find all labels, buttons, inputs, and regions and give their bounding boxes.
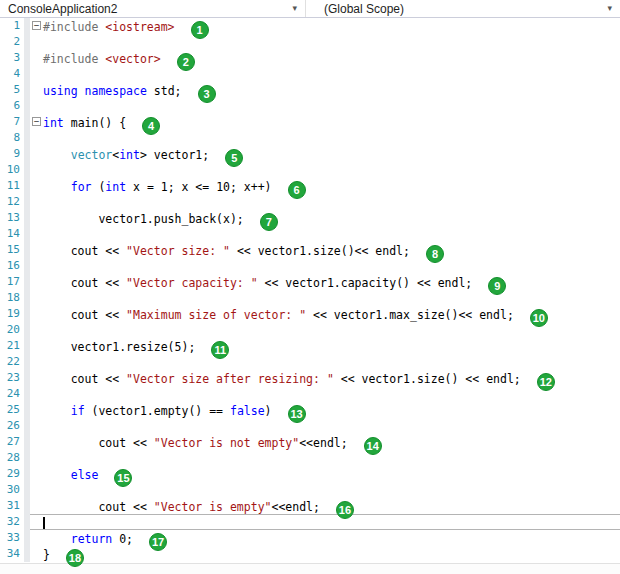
code-text[interactable]: vector1.push_back(x);7 — [43, 210, 620, 226]
code-text[interactable]: #include <iostream>1 — [43, 18, 620, 34]
code-text[interactable] — [43, 130, 620, 146]
code-token — [43, 532, 71, 546]
code-line[interactable]: 29 else15 — [0, 466, 620, 482]
code-line[interactable]: 20 — [0, 322, 620, 338]
code-line[interactable]: 34}18 — [0, 546, 620, 562]
line-number: 6 — [0, 98, 24, 114]
line-number: 31 — [0, 498, 24, 514]
code-text[interactable]: for (int x = 1; x <= 10; x++)6 — [43, 178, 620, 194]
outlining-margin — [30, 146, 43, 162]
code-text[interactable]: else15 — [43, 466, 620, 482]
code-text[interactable] — [43, 354, 620, 370]
code-line[interactable]: 32 — [0, 514, 620, 530]
code-token: "Maximum size of vector: " — [126, 308, 306, 322]
code-line[interactable]: 19 cout << "Maximum size of vector: " <<… — [0, 306, 620, 322]
code-text[interactable] — [43, 514, 620, 530]
code-line[interactable]: 22 — [0, 354, 620, 370]
outlining-margin — [30, 514, 43, 530]
line-body: cout << "Vector is empty"<<endl;16 — [30, 498, 620, 514]
code-line[interactable]: 24 — [0, 386, 620, 402]
code-text[interactable]: #include <vector>2 — [43, 50, 620, 66]
annotation-badge: 16 — [336, 501, 354, 519]
horizontal-scrollbar-area[interactable] — [0, 563, 620, 574]
code-text[interactable]: if (vector1.empty() == false)13 — [43, 402, 620, 418]
fold-collapse-icon[interactable]: − — [32, 21, 41, 30]
code-text[interactable] — [43, 258, 620, 274]
code-token: int — [43, 116, 64, 130]
code-text[interactable]: }18 — [43, 546, 620, 562]
code-line[interactable]: 7−int main() {4 — [0, 114, 620, 130]
line-number: 2 — [0, 34, 24, 50]
code-line[interactable]: 1−#include <iostream>1 — [0, 18, 620, 34]
code-text[interactable] — [43, 418, 620, 434]
code-text[interactable] — [43, 34, 620, 50]
line-body — [30, 354, 620, 370]
code-text[interactable]: vector<int> vector1;5 — [43, 146, 620, 162]
code-token — [78, 84, 85, 98]
code-line[interactable]: 26 — [0, 418, 620, 434]
code-text[interactable]: cout << "Maximum size of vector: " << ve… — [43, 306, 620, 322]
code-line[interactable]: 9 vector<int> vector1;5 — [0, 146, 620, 162]
code-line[interactable]: 4 — [0, 66, 620, 82]
global-scope-dropdown[interactable]: (Global Scope) ▾ — [306, 0, 620, 17]
code-line[interactable]: 33 return 0;17 — [0, 530, 620, 546]
code-text[interactable]: int main() {4 — [43, 114, 620, 130]
code-line[interactable]: 15 cout << "Vector size: " << vector1.si… — [0, 242, 620, 258]
line-number: 12 — [0, 194, 24, 210]
line-number: 25 — [0, 402, 24, 418]
code-text[interactable] — [43, 290, 620, 306]
code-line[interactable]: 28 — [0, 450, 620, 466]
code-line[interactable]: 31 cout << "Vector is empty"<<endl;16 — [0, 498, 620, 514]
code-text[interactable] — [43, 98, 620, 114]
project-scope-dropdown[interactable]: ConsoleApplication2 ▾ — [0, 0, 306, 17]
line-number: 9 — [0, 146, 24, 162]
code-line[interactable]: 25 if (vector1.empty() == false)13 — [0, 402, 620, 418]
fold-collapse-icon[interactable]: − — [32, 117, 41, 126]
line-number: 1 — [0, 18, 24, 34]
code-text[interactable]: cout << "Vector size: " << vector1.size(… — [43, 242, 620, 258]
annotation-badge: 15 — [114, 469, 132, 487]
line-body: }18 — [30, 546, 620, 562]
code-line[interactable]: 12 — [0, 194, 620, 210]
code-text[interactable] — [43, 386, 620, 402]
code-text[interactable] — [43, 66, 620, 82]
code-text[interactable] — [43, 226, 620, 242]
code-line[interactable]: 17 cout << "Vector capacity: " << vector… — [0, 274, 620, 290]
code-text[interactable]: cout << "Vector is not empty"<<endl;14 — [43, 434, 620, 450]
line-number: 4 — [0, 66, 24, 82]
outlining-margin — [30, 178, 43, 194]
code-text[interactable]: vector1.resize(5);11 — [43, 338, 620, 354]
code-line[interactable]: 6 — [0, 98, 620, 114]
code-text[interactable] — [43, 450, 620, 466]
code-text[interactable]: using namespace std;3 — [43, 82, 620, 98]
line-body: vector<int> vector1;5 — [30, 146, 620, 162]
code-line[interactable]: 16 — [0, 258, 620, 274]
code-text[interactable] — [43, 194, 620, 210]
code-line[interactable]: 10 — [0, 162, 620, 178]
outlining-margin — [30, 290, 43, 306]
code-line[interactable]: 8 — [0, 130, 620, 146]
code-line[interactable]: 27 cout << "Vector is not empty"<<endl;1… — [0, 434, 620, 450]
code-text[interactable] — [43, 162, 620, 178]
annotation-badge: 13 — [288, 405, 306, 423]
code-line[interactable]: 14 — [0, 226, 620, 242]
code-line[interactable]: 13 vector1.push_back(x);7 — [0, 210, 620, 226]
code-editor[interactable]: 1−#include <iostream>123#include <vector… — [0, 18, 620, 563]
code-line[interactable]: 23 cout << "Vector size after resizing: … — [0, 370, 620, 386]
code-line[interactable]: 11 for (int x = 1; x <= 10; x++)6 — [0, 178, 620, 194]
code-text[interactable]: cout << "Vector is empty"<<endl;16 — [43, 498, 620, 514]
outlining-margin — [30, 386, 43, 402]
ide-window: ConsoleApplication2 ▾ (Global Scope) ▾ 1… — [0, 0, 620, 574]
code-text[interactable]: cout << "Vector capacity: " << vector1.c… — [43, 274, 620, 290]
code-text[interactable]: return 0;17 — [43, 530, 620, 546]
code-line[interactable]: 18 — [0, 290, 620, 306]
code-line[interactable]: 5using namespace std;3 — [0, 82, 620, 98]
code-line[interactable]: 30 — [0, 482, 620, 498]
code-line[interactable]: 3#include <vector>2 — [0, 50, 620, 66]
code-line[interactable]: 21 vector1.resize(5);11 — [0, 338, 620, 354]
line-number: 24 — [0, 386, 24, 402]
line-body: vector1.resize(5);11 — [30, 338, 620, 354]
code-line[interactable]: 2 — [0, 34, 620, 50]
line-number: 15 — [0, 242, 24, 258]
code-text[interactable]: cout << "Vector size after resizing: " <… — [43, 370, 620, 386]
